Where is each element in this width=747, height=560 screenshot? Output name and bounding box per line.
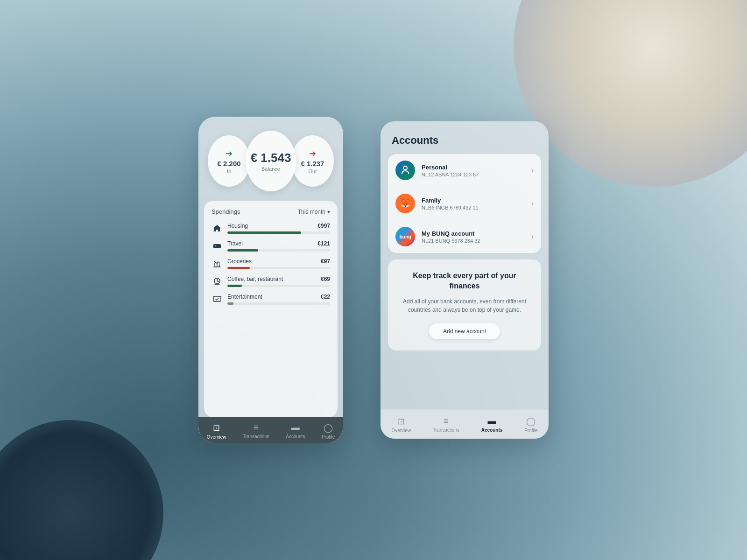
spending-row: Coffee, bar, restaurant €69 — [211, 276, 330, 287]
nav-accounts-label-left: Accounts — [286, 434, 305, 439]
transactions-icon: ≡ — [254, 423, 259, 433]
spending-amount-4: €22 — [321, 294, 330, 300]
account-item[interactable]: 🦊 Family NLB6 INGB 6789 432 11 › — [388, 187, 541, 220]
spendings-section: Spendings This month ▾ Housing €997 — [204, 201, 338, 417]
arrow-out-icon: ➔ — [309, 148, 316, 159]
nav-item-accounts-right[interactable]: ▬ Accounts — [477, 415, 507, 434]
account-number-2: NL21 BUNQ 5678 234 32 — [422, 238, 525, 244]
spending-row: Groceries €97 — [211, 258, 330, 269]
nav-item-accounts-left[interactable]: ▬ Accounts — [286, 423, 305, 440]
spending-bar-bg-2 — [227, 267, 330, 269]
accounts-header: Accounts — [381, 121, 549, 154]
nav-item-overview-left[interactable]: ⊡ Overview — [207, 423, 226, 440]
promo-card: Keep track every part of your finances A… — [388, 259, 541, 350]
account-info-2: My BUNQ account NL21 BUNQ 5678 234 32 — [422, 230, 525, 244]
account-name-2: My BUNQ account — [422, 230, 525, 237]
spending-bar-fill-1 — [227, 249, 258, 252]
account-info-1: Family NLB6 INGB 6789 432 11 — [422, 197, 525, 210]
spending-amount-1: €121 — [317, 240, 330, 247]
spending-amount-3: €69 — [321, 276, 330, 282]
promo-title: Keep track every part of your finances — [397, 271, 532, 292]
transactions-icon-right: ≡ — [444, 416, 449, 426]
account-name-1: Family — [422, 197, 525, 204]
spending-name-row-1: Travel €121 — [227, 240, 330, 247]
nav-accounts-label-right: Accounts — [481, 427, 503, 433]
spending-bar-fill-4 — [227, 302, 233, 305]
balance-main-amount: € 1.543 — [251, 151, 291, 165]
spending-bar-fill-2 — [227, 267, 250, 269]
accounts-icon-right: ▬ — [488, 416, 496, 426]
spending-icon-3 — [211, 276, 223, 287]
nav-item-transactions-left[interactable]: ≡ Transactions — [243, 423, 269, 440]
spending-icon-4 — [211, 294, 223, 305]
accounts-list-card: Personal NL12 ABNA 1234 123 67 › 🦊 Famil… — [388, 154, 541, 253]
spending-name-0: Housing — [227, 223, 248, 229]
svg-rect-0 — [213, 244, 221, 248]
spending-details-0: Housing €997 — [227, 223, 330, 234]
add-account-button[interactable]: Add new account — [429, 323, 500, 339]
spendings-title: Spendings — [211, 208, 240, 215]
svg-rect-3 — [213, 296, 221, 301]
nav-transactions-label: Transactions — [243, 434, 269, 439]
balance-in-amount: € 2.200 — [218, 160, 241, 168]
spending-icon-0 — [211, 223, 223, 234]
nav-item-profile-right[interactable]: ◯ Profile — [520, 415, 542, 434]
spending-bar-bg-1 — [227, 249, 330, 252]
spending-bar-bg-4 — [227, 302, 330, 305]
spending-icon-1 — [211, 240, 223, 252]
balance-out-amount: € 1.237 — [301, 160, 324, 168]
account-number-1: NLB6 INGB 6789 432 11 — [422, 205, 525, 210]
month-filter[interactable]: This month ▾ — [298, 209, 330, 215]
overview-icon: ⊡ — [213, 423, 220, 433]
overview-icon-right: ⊡ — [398, 416, 405, 427]
account-item[interactable]: bunq My BUNQ account NL21 BUNQ 5678 234 … — [388, 220, 541, 253]
spending-bar-bg-3 — [227, 285, 330, 287]
spending-details-4: Entertainment €22 — [227, 294, 330, 305]
period-dropdown-icon: ▾ — [327, 209, 330, 215]
phone-overview: ➔ € 2.200 In € 1.543 Balance ➔ € 1.237 O… — [198, 117, 343, 443]
account-info-0: Personal NL12 ABNA 1234 123 67 — [422, 164, 525, 177]
svg-rect-1 — [215, 245, 216, 246]
bottom-nav-left: ⊡ Overview ≡ Transactions ▬ Accounts ◯ P… — [198, 417, 343, 443]
accounts-title: Accounts — [392, 134, 438, 146]
spending-name-1: Travel — [227, 240, 243, 247]
spending-icon-2 — [211, 258, 223, 269]
balance-main-label: Balance — [261, 166, 280, 172]
nav-profile-label-right: Profile — [524, 428, 537, 433]
period-label: This month — [298, 209, 325, 215]
account-chevron-0: › — [531, 166, 534, 175]
balance-in-label: In — [227, 168, 231, 174]
spending-details-2: Groceries €97 — [227, 258, 330, 269]
nav-item-profile-left[interactable]: ◯ Profile — [322, 423, 335, 440]
nav-item-overview-right[interactable]: ⊡ Overview — [387, 415, 416, 434]
account-chevron-1: › — [531, 199, 534, 208]
account-chevron-2: › — [531, 232, 534, 241]
balance-out-circle: ➔ € 1.237 Out — [291, 135, 334, 187]
nav-overview-label: Overview — [207, 434, 226, 440]
spending-bar-fill-0 — [227, 231, 301, 234]
spending-details-3: Coffee, bar, restaurant €69 — [227, 276, 330, 287]
arrow-in-icon: ➔ — [226, 148, 233, 159]
spending-details-1: Travel €121 — [227, 240, 330, 252]
account-item[interactable]: Personal NL12 ABNA 1234 123 67 › — [388, 154, 541, 187]
nav-profile-label-left: Profile — [322, 434, 335, 440]
spending-amount-0: €997 — [317, 223, 330, 229]
account-logo-2: bunq — [395, 227, 415, 246]
spending-amount-2: €97 — [321, 258, 330, 265]
balance-main-circle: € 1.543 Balance — [246, 131, 296, 191]
spendings-header: Spendings This month ▾ — [211, 208, 330, 215]
spending-name-row-4: Entertainment €22 — [227, 294, 330, 300]
spending-bar-fill-3 — [227, 285, 242, 287]
spending-name-4: Entertainment — [227, 294, 262, 300]
account-logo-1: 🦊 — [395, 194, 415, 213]
nav-transactions-label-right: Transactions — [433, 427, 459, 433]
spending-row: Travel €121 — [211, 240, 330, 252]
spending-row: Entertainment €22 — [211, 294, 330, 305]
account-name-0: Personal — [422, 164, 525, 171]
spending-name-2: Groceries — [227, 258, 252, 265]
account-number-0: NL12 ABNA 1234 123 67 — [422, 172, 525, 177]
profile-icon-left: ◯ — [324, 423, 333, 433]
balance-out-label: Out — [309, 168, 317, 174]
spending-name-row-3: Coffee, bar, restaurant €69 — [227, 276, 330, 282]
nav-item-transactions-right[interactable]: ≡ Transactions — [428, 415, 464, 434]
